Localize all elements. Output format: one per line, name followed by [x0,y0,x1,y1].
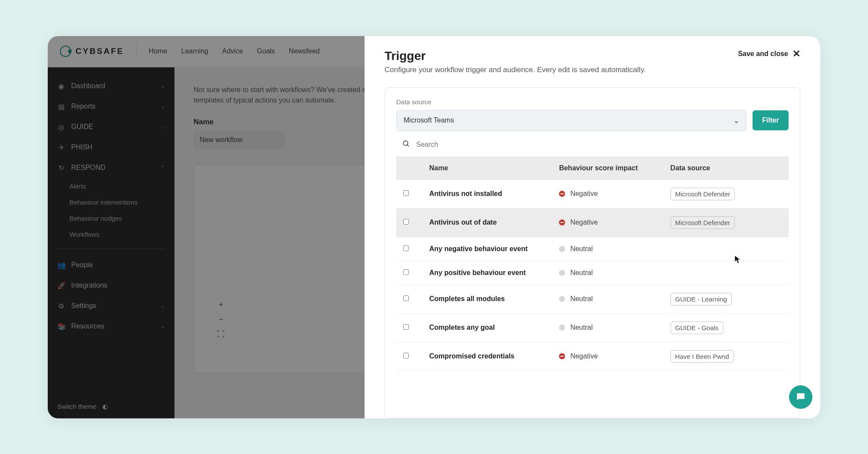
negative-indicator-icon [559,219,565,225]
source-tag: Microsoft Defender [671,216,735,229]
row-name: Any negative behaviour event [429,245,559,253]
save-and-close-button[interactable]: Save and close ✕ [738,49,800,59]
row-name: Compromised credentials [429,352,559,360]
row-source: GUIDE - Goals [671,321,782,334]
trigger-panel: Trigger Configure your workflow trigger … [365,36,820,418]
row-checkbox[interactable] [403,190,409,196]
source-tag: Microsoft Defender [671,188,735,200]
row-source: Microsoft Defender [671,216,782,229]
row-checkbox[interactable] [403,219,409,225]
neutral-indicator-icon [559,296,565,302]
app-window: CYBSAFE Home Learning Advice Goals Newsf… [48,36,820,418]
row-checkbox[interactable] [403,295,409,301]
row-impact: Negative [559,190,670,198]
search-input[interactable] [416,141,783,149]
row-name: Antivirus not installed [429,190,559,198]
neutral-indicator-icon [559,325,565,331]
row-impact: Negative [559,352,670,360]
source-tag: GUIDE - Learning [671,293,732,305]
neutral-indicator-icon [559,246,565,252]
chevron-down-icon: ⌄ [733,116,739,125]
row-name: Completes all modules [429,295,559,303]
row-checkbox[interactable] [403,245,409,251]
trigger-table: Name Behaviour score impact Data source … [396,156,789,418]
row-impact: Negative [559,219,670,226]
table-row[interactable]: Any positive behaviour event Neutral [396,261,789,285]
filter-button[interactable]: Filter [753,110,789,130]
negative-indicator-icon [559,191,565,197]
data-source-select[interactable]: Microsoft Teams ⌄ [396,110,746,131]
save-close-label: Save and close [738,50,788,58]
row-checkbox[interactable] [403,353,409,358]
row-impact: Neutral [559,295,670,303]
negative-indicator-icon [559,353,565,359]
row-impact: Neutral [559,245,670,253]
svg-point-0 [403,141,408,146]
row-checkbox[interactable] [403,269,409,275]
table-row[interactable]: Antivirus out of date Negative Microsoft… [396,209,789,237]
table-row[interactable]: Antivirus not installed Negative Microso… [396,180,789,209]
row-source: Have I Been Pwnd [671,350,782,363]
row-name: Antivirus out of date [429,219,559,226]
trigger-config-panel: Data source Microsoft Teams ⌄ Filter Nam… [385,87,800,418]
row-impact: Neutral [559,324,670,331]
close-icon: ✕ [792,49,800,59]
chat-launcher-button[interactable] [789,385,812,409]
row-name: Completes any goal [429,324,559,331]
col-source: Data source [671,164,782,172]
row-checkbox[interactable] [403,324,409,330]
row-impact: Neutral [559,269,670,277]
table-row[interactable]: Completes all modules Neutral GUIDE - Le… [396,285,789,314]
svg-line-1 [407,145,409,146]
source-tag: GUIDE - Goals [671,321,723,334]
col-name: Name [429,164,559,172]
search-icon [402,140,410,149]
row-source: Microsoft Defender [671,188,782,200]
modal-subtitle: Configure your workflow trigger and audi… [385,66,646,74]
table-row[interactable]: Any negative behaviour event Neutral [396,237,789,261]
table-row[interactable]: Completes any goal Neutral GUIDE - Goals [396,314,789,342]
row-source: GUIDE - Learning [671,293,782,305]
table-row[interactable]: Compromised credentials Negative Have I … [396,342,789,371]
row-name: Any positive behaviour event [429,269,559,277]
modal-title: Trigger [385,49,646,63]
modal-header: Trigger Configure your workflow trigger … [385,49,800,74]
search-row [396,131,789,156]
source-tag: Have I Been Pwnd [671,350,734,363]
neutral-indicator-icon [559,270,565,276]
table-header: Name Behaviour score impact Data source [396,156,789,180]
col-impact: Behaviour score impact [559,164,670,172]
data-source-value: Microsoft Teams [404,116,454,124]
data-source-label: Data source [396,98,789,106]
